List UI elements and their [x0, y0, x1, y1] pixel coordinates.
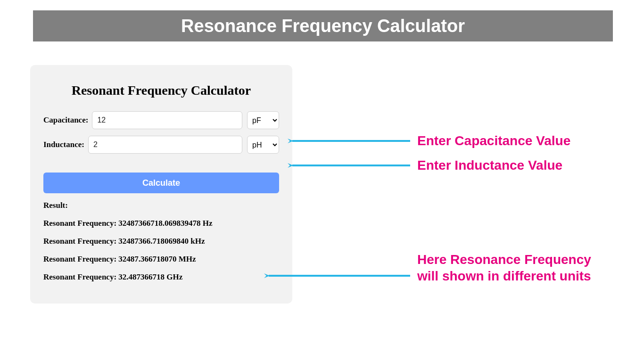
annotation-arrows — [0, 0, 644, 362]
annotation-capacitance: Enter Capacitance Value — [417, 132, 570, 149]
annotation-inductance: Enter Inductance Value — [417, 157, 562, 173]
annotation-results: Here Resonance Frequency will shown in d… — [417, 251, 615, 284]
